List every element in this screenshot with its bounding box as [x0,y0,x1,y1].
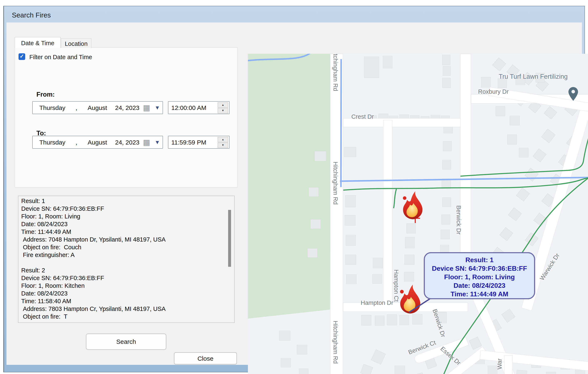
map-building [387,314,397,325]
street-label: Hitchingham Rd [332,321,339,363]
calendar-icon[interactable]: ▦ [143,138,150,147]
map-building [310,219,321,229]
map-canvas[interactable]: itchingham RdHitchingham RdHitchingham R… [248,54,588,374]
tab-page-panel [15,47,238,187]
window-title: Search Fires [12,11,51,19]
dropdown-arrow-icon[interactable]: ▼ [155,105,160,111]
street-label: itchingham Rd [332,54,339,91]
from-label: From: [36,91,55,98]
map-building [395,366,405,374]
map-building [481,77,491,87]
fire-marker-icon[interactable] [401,191,426,222]
map-building [372,274,382,284]
map-building [516,370,527,374]
map-building [404,272,414,282]
map-building [281,358,291,367]
street-label: Hampton Dr [361,299,393,306]
tab-location[interactable]: Location [61,38,91,48]
dialog-client-area: Date & Time Location ✓ Filter on Date an… [6,22,582,365]
map-building [442,197,451,207]
from-time-spin-up[interactable]: ▲ [218,102,228,108]
map-building [345,215,356,225]
map-building [442,78,451,88]
to-comma: , [75,139,77,146]
fire-result-tooltip[interactable]: Result: 1Device SN: 64:79:F0:36:EB:FFFlo… [424,252,535,299]
map-building [525,168,538,182]
map-building [499,227,513,241]
map-road [383,120,392,303]
from-comma: , [75,104,77,111]
poi-label-tru-turf: Tru Turf Lawn Fertilizing [499,73,567,80]
tab-date-time[interactable]: Date & Time [15,37,61,48]
map-building [442,179,451,189]
map-building [575,370,585,374]
map-building [443,141,452,151]
from-time-field[interactable]: 12:00:00 AM ▲ ▼ [168,101,230,114]
from-day-year[interactable]: 24, 2023 [115,104,139,111]
from-date-picker[interactable]: Thursday , August 24, 2023 ▦ ▼ [32,101,163,114]
dropdown-arrow-icon[interactable]: ▼ [155,139,160,146]
map-building [346,235,356,246]
map-building [364,57,379,78]
map-building [544,106,557,119]
tooltip-line: Floor: 1, Room: Living [425,273,534,281]
filter-date-time-checkbox[interactable]: ✓ [19,53,25,60]
map-trail-line [394,188,397,208]
from-month[interactable]: August [88,104,107,111]
from-time-spin-down[interactable]: ▼ [218,108,228,113]
map-building [371,349,386,365]
map-building [307,248,317,257]
map-building [405,237,415,248]
map-building [507,135,517,145]
map-building [469,337,482,350]
map-building [309,187,319,197]
fire-marker-icon[interactable] [398,284,424,316]
map-building [488,366,497,374]
to-weekday[interactable]: Thursday [39,139,65,146]
results-scrollbar-thumb[interactable] [228,210,231,267]
map-building [383,56,392,68]
to-day-year[interactable]: 24, 2023 [115,139,139,146]
map-building [442,160,451,170]
tooltip-line: Result: 1 [425,256,534,264]
from-weekday[interactable]: Thursday [39,104,65,111]
map-building [492,57,506,71]
map-building [345,255,356,265]
map-building [345,195,356,207]
map-building [407,224,416,234]
map-building [299,369,308,374]
map-building [361,315,371,325]
search-button[interactable]: Search [86,334,166,350]
search-results-textarea[interactable]: Result: 1 Device SN: 64:79:F0:36:EB:FF F… [18,196,235,323]
map-building [413,373,425,374]
to-time-spin-up[interactable]: ▲ [218,137,228,142]
map-building [297,345,307,354]
to-time-value[interactable]: 11:59:59 PM [171,139,206,146]
map-building [508,207,522,221]
to-month[interactable]: August [88,139,107,146]
filter-checkbox-label: Filter on Date and Time [29,54,92,61]
to-date-picker[interactable]: Thursday , August 24, 2023 ▦ ▼ [32,136,163,149]
map-building [373,258,383,268]
tooltip-line: Date: 08/24/2023 [425,281,534,290]
map-building [441,230,450,239]
title-bar[interactable]: Search Fires [4,6,585,22]
map-building [546,372,556,374]
map-building [346,275,357,284]
map-building [442,55,451,65]
street-label: Hitchingham Rd [332,162,339,204]
from-time-value[interactable]: 12:00:00 AM [171,104,206,111]
map-building [519,148,528,157]
map-building [344,147,356,157]
close-button[interactable]: Close [174,352,237,364]
map-building [315,151,326,161]
to-time-spin-down[interactable]: ▼ [218,143,228,148]
map-pin-icon[interactable] [568,87,578,102]
map-building [441,214,450,224]
map-building [360,364,373,374]
map-building [525,232,538,246]
tooltip-line: Time: 11:44:49 AM [425,290,534,299]
calendar-icon[interactable]: ▦ [143,103,150,112]
to-time-field[interactable]: 11:59:59 PM ▲ ▼ [168,136,230,149]
map-building [516,188,530,201]
